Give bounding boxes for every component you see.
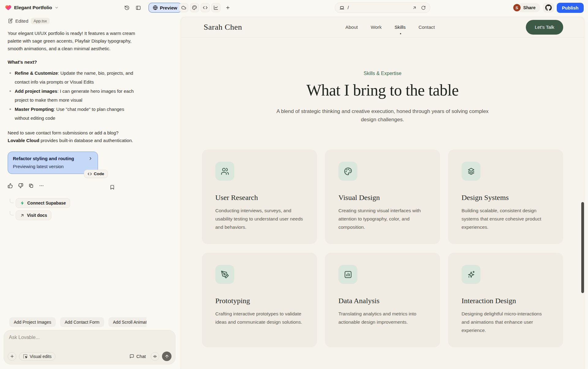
whats-next-list: Refine & Customize: Update the name, bio… [8,69,136,122]
tree-connector [10,211,14,215]
suggestion-add-project-images[interactable]: Add Project Images [9,317,56,327]
card-title: Interaction Design [462,297,550,305]
palette-icon[interactable] [190,3,199,12]
tree-connector [10,199,14,203]
section-eyebrow: Skills & Expertise [181,71,584,76]
version-card-status: Previewing latest version [13,164,93,169]
card-title: Data Analysis [338,297,427,305]
more-options-icon[interactable] [39,183,44,188]
arrow-up-right-icon [20,213,24,218]
file-pen-icon [8,18,13,24]
list-item: Master Prompting: Use "chat mode" to pla… [8,105,136,122]
code-icon [88,172,92,176]
thumbs-down-icon[interactable] [18,183,23,188]
code-button[interactable]: Code [84,170,108,178]
skills-grid: User Research Conducting interviews, sur… [202,149,563,347]
card-title: Visual Design [338,194,427,202]
edited-label: Edited [15,18,28,24]
analytics-chart-icon[interactable] [211,3,221,12]
section-title: What I bring to the table [181,81,584,99]
card-description: Creating stunning visual interfaces with… [338,206,427,231]
skill-card-interaction-design: Interaction Design Designing delightful … [448,253,563,347]
device-laptop-icon[interactable] [339,5,345,10]
version-card[interactable]: Refactor styling and routing Previewing … [8,152,98,174]
layers-icon [462,162,481,181]
skill-card-data-analysis: Data Analysis Translating analytics and … [325,253,440,347]
suggestion-add-contact-form[interactable]: Add Contact Form [60,317,104,327]
card-description: Crafting interactive prototypes to valid… [215,310,303,326]
url-path[interactable]: / [348,5,412,10]
nav-skills[interactable]: Skills [394,24,405,30]
add-tab-icon[interactable] [224,3,232,12]
users-icon [215,162,234,181]
version-card-title: Refactor styling and routing [13,156,74,161]
skill-card-prototyping: Prototyping Crafting interactive prototy… [202,253,317,347]
list-item: Refine & Customize: Update the name, bio… [8,69,136,86]
chat-bubble-icon [130,354,134,359]
visual-edits-pointer-icon [23,354,28,359]
whats-next-heading: What's next? [8,59,136,65]
code-icon[interactable] [201,3,210,12]
sparkles-icon [462,265,481,284]
attach-plus-icon[interactable] [8,352,16,361]
copy-icon[interactable] [28,183,34,188]
lovable-heart-logo [5,4,12,11]
edited-file-badge[interactable]: App.tsx [31,18,50,24]
panel-toggle-icon[interactable] [136,5,141,10]
palette-icon [338,162,357,181]
send-button[interactable] [162,352,172,361]
top-bar: Elegant Portfolio Preview / [0,0,588,15]
card-title: User Research [215,194,303,202]
card-title: Design Systems [462,194,550,202]
suggestion-add-scroll-animations[interactable]: Add Scroll Animations [108,317,146,327]
suggestion-chips: Add Project Images Add Contact Form Add … [9,317,146,327]
list-item: Add project images: I can generate hero … [8,87,136,104]
card-description: Translating analytics and metrics into a… [338,310,427,326]
chat-mode-button[interactable]: Chat [130,354,146,359]
nav-about[interactable]: About [345,24,358,30]
site-logo-name[interactable]: Sarah Chen [204,23,242,32]
skill-card-design-systems: Design Systems Building scalable, consis… [448,149,563,244]
refresh-icon[interactable] [421,6,426,10]
card-title: Prototyping [215,297,303,305]
publish-button[interactable]: Publish [557,3,584,13]
lets-talk-button[interactable]: Let's Talk [526,20,563,35]
nav-work[interactable]: Work [371,24,382,30]
assistant-intro-message: Your elegant UI/UX portfolio is ready! I… [8,29,136,52]
card-description: Building scalable, consistent design sys… [462,206,550,231]
bar-chart-icon [338,265,357,284]
card-description: Conducting interviews, surveys, and usab… [215,206,303,231]
open-external-icon[interactable] [412,6,417,10]
github-icon [545,4,552,11]
preview-button[interactable]: Preview [149,3,182,13]
scrollbar-thumb[interactable] [581,202,584,293]
bookmark-icon[interactable] [110,185,115,190]
voice-waveform-icon[interactable] [151,352,159,361]
thumbs-up-icon[interactable] [8,183,13,188]
avatar[interactable]: S [513,3,521,12]
chevron-right-icon [88,156,93,161]
skill-card-user-research: User Research Conducting interviews, sur… [202,149,317,244]
section-subtitle: A blend of strategic thinking and creati… [272,107,493,124]
supabase-icon [20,201,25,205]
chat-input[interactable] [9,335,170,346]
pen-tool-icon [215,265,234,284]
cloud-note: Need to save contact form submissions or… [8,129,136,144]
site-preview: Sarah Chen About Work Skills Contact Let… [181,17,584,369]
history-icon[interactable] [124,5,130,10]
cloud-icon[interactable] [179,3,188,12]
site-nav: About Work Skills Contact [333,24,435,30]
skill-card-visual-design: Visual Design Creating stunning visual i… [325,149,440,244]
preview-label: Preview [160,5,177,10]
card-description: Designing delightful micro-interactions … [462,310,550,334]
globe-icon [153,5,158,10]
github-button[interactable] [543,3,554,13]
visual-edits-button[interactable]: Visual edits [19,352,55,361]
visit-docs-button[interactable]: Visit docs [16,210,51,220]
nav-contact[interactable]: Contact [418,24,435,30]
connect-supabase-button[interactable]: Connect Supabase [16,198,70,208]
url-bar[interactable]: / [335,2,430,13]
site-header: Sarah Chen About Work Skills Contact Let… [181,17,584,38]
project-name[interactable]: Elegant Portfolio [14,5,52,10]
chevron-down-icon[interactable] [55,6,59,10]
